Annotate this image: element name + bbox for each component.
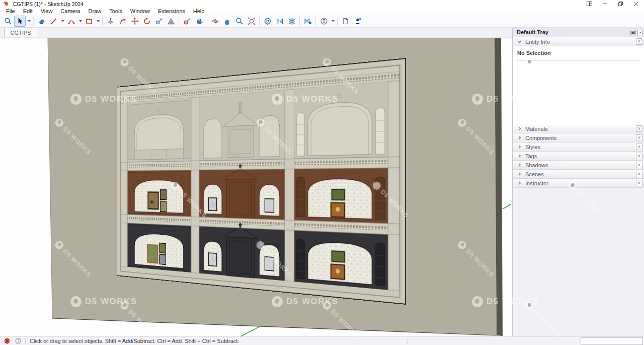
chevron-down-icon <box>517 39 522 44</box>
facade-row-middle <box>121 162 399 224</box>
orbit-icon <box>211 17 219 25</box>
rotate-icon <box>143 17 151 25</box>
rectangle-icon <box>85 17 93 25</box>
user-icon <box>354 17 362 25</box>
user-status-button[interactable] <box>352 16 363 27</box>
line-tool-button[interactable] <box>48 16 59 27</box>
section-close-button[interactable]: × <box>636 134 642 141</box>
menu-tools[interactable]: Tools <box>105 8 126 15</box>
menu-help[interactable]: Help <box>189 8 209 15</box>
section-label: Scenes <box>525 171 544 177</box>
section-close-button[interactable]: × <box>636 171 642 177</box>
divider <box>408 338 408 344</box>
entity-info-close-button[interactable]: × <box>636 38 642 45</box>
select-tool-button[interactable] <box>14 16 26 27</box>
arc-dropdown[interactable] <box>77 16 83 27</box>
entity-info-header[interactable]: Entity Info × <box>513 37 644 46</box>
section-scenes[interactable]: Scenes × <box>513 170 644 179</box>
offset-tool-button[interactable] <box>165 16 177 27</box>
paint-bucket-tool-button[interactable] <box>193 16 205 27</box>
section-materials[interactable]: Materials × <box>513 124 644 133</box>
section-styles[interactable]: Styles × <box>513 143 644 152</box>
search-tool-button[interactable] <box>2 16 14 27</box>
menu-file[interactable]: File <box>2 8 19 15</box>
select-icon <box>16 17 24 25</box>
pan-tool-button[interactable] <box>221 16 233 27</box>
menu-camera[interactable]: Camera <box>56 8 84 15</box>
extension-flip-icon <box>276 17 284 25</box>
account-button[interactable] <box>318 16 330 27</box>
section-components[interactable]: Components × <box>513 133 644 143</box>
layout-icon[interactable] <box>582 0 597 8</box>
select-dropdown[interactable] <box>26 16 31 27</box>
green-axis <box>240 325 262 336</box>
info-icon[interactable] <box>15 338 21 344</box>
restore-icon[interactable] <box>613 0 628 8</box>
chevron-right-icon <box>517 172 522 176</box>
drawing-canvas[interactable] <box>0 38 512 336</box>
orbit-tool-button[interactable] <box>209 16 221 27</box>
section-close-button[interactable]: × <box>636 125 642 132</box>
tray-empty-space <box>513 188 644 336</box>
offset-icon <box>167 17 175 25</box>
zoom-tool-button[interactable] <box>233 16 245 27</box>
arc-tool-button[interactable] <box>65 16 77 27</box>
minimize-icon[interactable] <box>597 0 613 8</box>
model-viewport[interactable]: CGTIPS <box>0 28 513 336</box>
toolbar <box>0 15 644 28</box>
menu-extensions[interactable]: Extensions <box>154 8 189 15</box>
model-facade[interactable] <box>117 58 406 305</box>
section-label: Materials <box>525 126 548 132</box>
extension-flip-settings-icon <box>304 17 312 25</box>
status-bar: Click or drag to select objects. Shift =… <box>0 336 644 345</box>
section-close-button[interactable]: × <box>636 153 642 159</box>
scale-tool-button[interactable] <box>153 16 165 27</box>
rectangle-tool-button[interactable] <box>83 16 95 27</box>
tape-measure-tool-button[interactable] <box>181 16 193 27</box>
scene-tab-bar: CGTIPS <box>0 28 512 38</box>
extension-sync-button[interactable] <box>262 16 273 27</box>
rotate-tool-button[interactable] <box>141 16 152 27</box>
zoom-extents-tool-button[interactable] <box>246 16 257 27</box>
menu-draw[interactable]: Draw <box>84 8 105 15</box>
tray-close-icon[interactable]: × <box>637 30 643 35</box>
extension-flip-button[interactable] <box>274 16 285 27</box>
extension-layers-button[interactable] <box>286 16 297 27</box>
eraser-tool-button[interactable] <box>36 16 47 27</box>
section-label: Shadows <box>525 162 548 168</box>
section-close-button[interactable]: × <box>636 162 642 168</box>
new-file-icon <box>342 17 350 25</box>
move-tool-button[interactable] <box>129 16 140 27</box>
new-file-button[interactable] <box>340 16 351 27</box>
push-pull-tool-button[interactable] <box>105 16 116 27</box>
menu-view[interactable]: View <box>37 8 57 15</box>
line-dropdown[interactable] <box>60 16 65 27</box>
move-icon <box>131 17 139 25</box>
chevron-right-icon <box>517 126 522 131</box>
follow-me-tool-button[interactable] <box>117 16 128 27</box>
scale-icon <box>155 17 163 25</box>
section-label: Styles <box>525 144 540 150</box>
scene-tab-cgtips[interactable]: CGTIPS <box>4 28 37 37</box>
section-shadows[interactable]: Shadows × <box>513 161 644 170</box>
selection-status: No Selection <box>517 50 640 56</box>
extension-flip-settings-button[interactable] <box>302 16 313 27</box>
menu-edit[interactable]: Edit <box>19 8 37 15</box>
tape-measure-icon <box>183 17 191 25</box>
section-instructor[interactable]: Instructor × <box>513 179 644 188</box>
zoom-extents-icon <box>248 17 256 25</box>
account-dropdown[interactable] <box>330 16 335 27</box>
section-close-button[interactable]: × <box>636 180 642 186</box>
account-icon <box>320 17 328 25</box>
extension-sync-icon <box>264 17 272 25</box>
geolocation-icon[interactable] <box>4 338 10 344</box>
rectangle-dropdown[interactable] <box>95 16 100 27</box>
section-tags[interactable]: Tags × <box>513 152 644 161</box>
tray-pin-icon[interactable]: ▣ <box>630 30 636 35</box>
close-icon[interactable] <box>628 0 644 8</box>
measurements-box[interactable] <box>581 337 643 345</box>
section-label: Components <box>525 135 556 141</box>
section-close-button[interactable]: × <box>636 144 642 150</box>
entity-info-label: Entity Info <box>525 39 550 45</box>
menu-window[interactable]: Window <box>126 8 154 15</box>
